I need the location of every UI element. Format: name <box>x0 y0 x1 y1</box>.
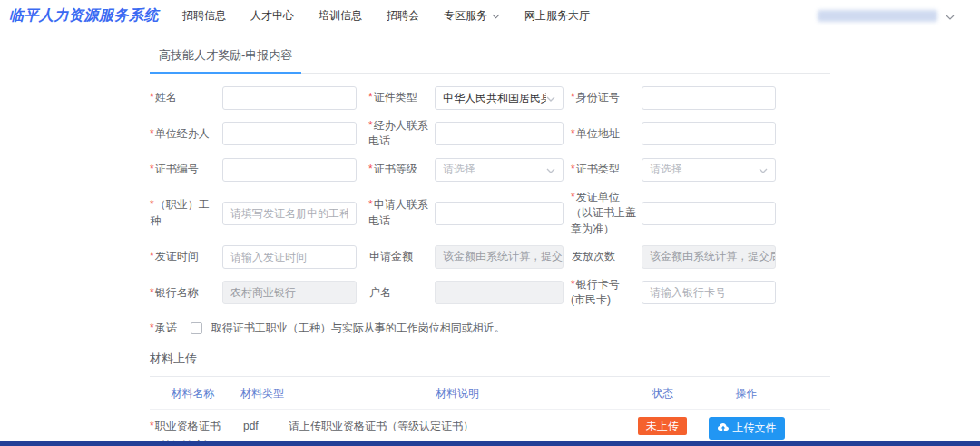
field-label-cert-type: *证书类型 <box>564 162 642 177</box>
brand-logo[interactable]: 临平人力资源服务系统 <box>9 6 159 25</box>
grant-times-display: 该金额由系统计算，提交后可查看 <box>642 245 776 269</box>
material-description: 请上传职业资格证书（等级认定证书） <box>289 417 626 437</box>
col-header-status: 状态 <box>626 386 699 401</box>
apply-amount-display: 该金额由系统计算，提交后可查看 <box>435 245 564 269</box>
materials-section: 材料上传 材料名称 材料类型 材料说明 状态 操作 *职业资格证书（等级认定证书… <box>150 351 830 446</box>
bank-name-display: 农村商业银行 <box>222 281 357 304</box>
nav-item-zone-services[interactable]: 专区服务 <box>444 8 500 24</box>
nav-item-training-info[interactable]: 培训信息 <box>318 8 362 24</box>
id-type-select[interactable]: 中华人民共和国居民身份证 <box>435 86 564 110</box>
materials-table-header: 材料名称 材料类型 材料说明 状态 操作 <box>150 377 830 410</box>
nav-item-talent-center[interactable]: 人才中心 <box>250 8 294 24</box>
field-label-cert-number: *证书编号 <box>150 162 222 177</box>
id-number-input[interactable] <box>642 86 776 110</box>
footer-bar <box>0 441 980 446</box>
brand-title: 临平人力资源服务系统 <box>9 7 159 23</box>
issuing-unit-input[interactable] <box>642 202 776 225</box>
pledge-checkbox[interactable] <box>191 322 202 334</box>
field-label-cert-level: *证书等级 <box>357 162 435 177</box>
nav-item-online-service-hall[interactable]: 网上服务大厅 <box>524 8 590 24</box>
field-label-issuing-unit: *发证单位（以证书上盖章为准） <box>564 190 642 237</box>
upload-file-button[interactable]: 上传文件 <box>709 417 785 440</box>
pledge-text: 取得证书工职业（工种）与实际从事的工作岗位相同或相近。 <box>211 321 505 336</box>
field-label-id-type: *证件类型 <box>357 90 435 105</box>
chevron-down-icon <box>946 7 955 24</box>
field-label-agent-phone: *经办人联系电话 <box>357 118 435 150</box>
col-header-material-type: 材料类型 <box>236 386 289 401</box>
user-name-redacted <box>818 10 937 22</box>
cert-type-select[interactable]: 请选择 <box>642 158 776 182</box>
bank-card-input[interactable] <box>642 281 776 304</box>
agent-phone-input[interactable] <box>435 122 564 145</box>
chevron-down-icon <box>546 164 555 176</box>
field-label-applicant-phone: *申请人联系电话 <box>357 197 435 229</box>
field-label-name: *姓名 <box>150 90 222 105</box>
field-label-unit-agent: *单位经办人 <box>150 126 222 142</box>
nav-item-recruit-info[interactable]: 招聘信息 <box>182 8 226 24</box>
pledge-row: *承诺 取得证书工职业（工种）与实际从事的工作岗位相同或相近。 <box>150 321 830 336</box>
application-form: *姓名 *证件类型 中华人民共和国居民身份证 *身份证号 *单位经办人 *经办人… <box>150 86 830 309</box>
field-label-grant-times: 发放次数 <box>564 249 642 264</box>
chevron-down-icon <box>759 164 768 176</box>
applicant-phone-input[interactable] <box>435 202 564 225</box>
main-nav: 招聘信息 人才中心 培训信息 招聘会 专区服务 网上服务大厅 <box>182 8 590 24</box>
col-header-material-description: 材料说明 <box>289 386 626 401</box>
top-header: 临平人力资源服务系统 招聘信息 人才中心 培训信息 招聘会 专区服务 网上服务大… <box>0 0 980 31</box>
field-label-bank-name: *银行名称 <box>150 285 222 301</box>
tab-bar: 高技能人才奖励-申报内容 <box>150 42 830 74</box>
occupation-input[interactable] <box>222 202 357 225</box>
material-row: *职业资格证书（等级认定证书） pdf 请上传职业资格证书（等级认定证书） 未上… <box>150 410 830 446</box>
field-label-occupation: *（职业）工种 <box>150 197 222 229</box>
issue-date-input[interactable] <box>222 245 357 269</box>
field-label-bank-card: *银行卡号 (市民卡) <box>564 277 642 309</box>
pledge-label: *承诺 <box>150 321 177 336</box>
cert-level-select[interactable]: 请选择 <box>435 158 564 182</box>
col-header-action: 操作 <box>699 386 794 401</box>
field-label-unit-address: *单位地址 <box>564 126 642 142</box>
material-file-type: pdf <box>236 417 289 437</box>
chevron-down-icon <box>546 92 555 104</box>
unit-agent-input[interactable] <box>222 122 357 145</box>
field-label-issue-date: *发证时间 <box>150 249 222 264</box>
name-input[interactable] <box>222 86 357 110</box>
cloud-upload-icon <box>717 421 730 435</box>
field-label-id-number: *身份证号 <box>564 90 642 105</box>
status-badge: 未上传 <box>638 417 687 435</box>
field-label-account-name: 户名 <box>357 285 435 301</box>
materials-title: 材料上传 <box>150 351 830 377</box>
nav-item-job-fair[interactable]: 招聘会 <box>387 8 419 24</box>
cert-number-input[interactable] <box>222 158 357 182</box>
user-menu[interactable] <box>818 7 955 24</box>
chevron-down-icon <box>492 9 500 22</box>
account-name-display <box>435 281 564 304</box>
main-content: 高技能人才奖励-申报内容 *姓名 *证件类型 中华人民共和国居民身份证 *身份证… <box>150 42 830 446</box>
unit-address-input[interactable] <box>642 122 776 145</box>
col-header-material-name: 材料名称 <box>150 386 236 401</box>
tab-application-content[interactable]: 高技能人才奖励-申报内容 <box>150 42 301 74</box>
field-label-apply-amount: 申请金额 <box>357 249 435 264</box>
